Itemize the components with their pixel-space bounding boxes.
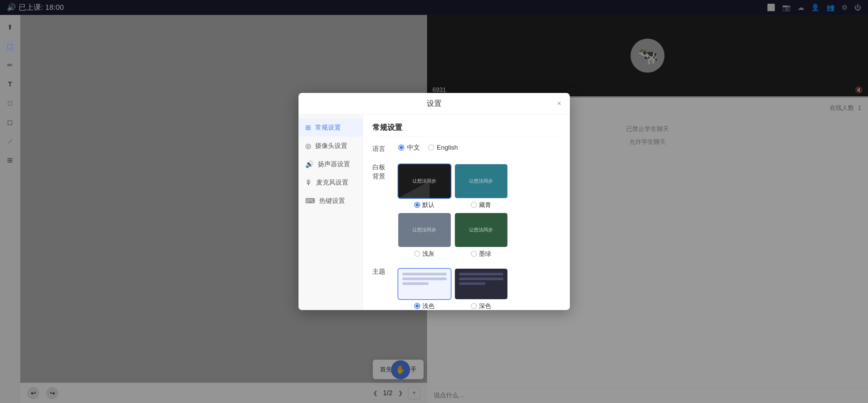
bg-label-lightgray: 浅灰 xyxy=(422,250,435,258)
theme-radio-dark xyxy=(471,303,477,309)
bg-label-darkgreen: 墨绿 xyxy=(479,250,491,258)
modal-title: 设置 xyxy=(427,98,442,109)
bg-preview-darkgreen[interactable]: 让想法同步 xyxy=(455,213,507,247)
theme-label: 主题 xyxy=(372,266,393,276)
modal-close-button[interactable]: × xyxy=(554,98,564,109)
bg-label-row-teal: 藏青 xyxy=(471,201,491,209)
theme-setting-row: 主题 xyxy=(372,266,560,310)
theme-label-row-light: 浅色 xyxy=(414,302,435,310)
bg-radio-darkgreen xyxy=(471,251,477,257)
camera-settings-icon: ◎ xyxy=(305,142,311,150)
sidebar-item-general[interactable]: ⊞ 常规设置 xyxy=(298,118,363,137)
theme-label-dark: 深色 xyxy=(479,302,491,310)
bg-option-default: 让想法同步 默认 xyxy=(398,164,451,209)
hotkey-settings-icon: ⌨ xyxy=(305,197,315,205)
chinese-radio-circle xyxy=(398,145,404,151)
bg-preview-lightgray[interactable]: 让想法同步 xyxy=(398,213,451,247)
bg-label-row-darkgreen: 墨绿 xyxy=(471,250,491,258)
sidebar-item-hotkey[interactable]: ⌨ 热键设置 xyxy=(298,192,363,210)
bg-text-lightgray: 让想法同步 xyxy=(412,227,436,233)
bg-option-lightgray: 让想法同步 浅灰 xyxy=(398,213,451,258)
sidebar-label-hotkey: 热键设置 xyxy=(319,196,345,205)
language-english-option[interactable]: English xyxy=(428,144,458,151)
sidebar-label-general: 常规设置 xyxy=(315,123,341,132)
bg-text-darkgreen: 让想法同步 xyxy=(469,227,493,233)
theme-label-light: 浅色 xyxy=(422,302,435,310)
general-section-title: 常规设置 xyxy=(372,122,560,136)
language-setting-row: 语言 中文 English xyxy=(372,143,560,153)
language-label: 语言 xyxy=(372,143,393,153)
bg-label-row-default: 默认 xyxy=(414,201,435,209)
mic-settings-icon: 🎙 xyxy=(305,179,312,187)
sidebar-label-mic: 麦克风设置 xyxy=(316,178,348,187)
settings-content: 常规设置 语言 中文 English xyxy=(363,114,570,310)
theme-preview-light[interactable] xyxy=(398,269,451,299)
settings-modal: 设置 × ⊞ 常规设置 ◎ 摄像头设置 🔊 扬声器设置 🎙 xyxy=(298,93,570,310)
english-label: English xyxy=(437,144,458,151)
theme-label-row-dark: 深色 xyxy=(471,302,491,310)
chinese-label: 中文 xyxy=(407,143,420,152)
bg-radio-lightgray xyxy=(414,251,420,257)
english-radio-circle xyxy=(428,145,434,151)
bg-radio-default xyxy=(414,202,420,208)
bg-radio-teal xyxy=(471,202,477,208)
bg-text-teal: 让想法同步 xyxy=(469,178,493,184)
modal-title-bar: 设置 × xyxy=(298,93,570,114)
bg-option-teal: 让想法同步 藏青 xyxy=(455,164,507,209)
modal-body: ⊞ 常规设置 ◎ 摄像头设置 🔊 扬声器设置 🎙 麦克风设置 ⌨ 热键设 xyxy=(298,114,570,310)
language-controls: 中文 English xyxy=(398,143,560,152)
language-chinese-option[interactable]: 中文 xyxy=(398,143,420,152)
sidebar-item-speaker[interactable]: 🔊 扬声器设置 xyxy=(298,155,363,173)
theme-option-light: 浅色 xyxy=(398,269,451,310)
theme-controls: 浅色 xyxy=(398,266,560,310)
general-settings-icon: ⊞ xyxy=(305,123,311,132)
board-bg-label: 白板 背景 xyxy=(372,161,393,181)
theme-grid: 浅色 xyxy=(398,269,560,310)
bg-label-default: 默认 xyxy=(422,201,435,209)
speaker-settings-icon: 🔊 xyxy=(305,160,314,168)
bg-preview-teal[interactable]: 让想法同步 xyxy=(455,164,507,198)
bg-label-row-lightgray: 浅灰 xyxy=(414,250,435,258)
settings-sidebar: ⊞ 常规设置 ◎ 摄像头设置 🔊 扬声器设置 🎙 麦克风设置 ⌨ 热键设 xyxy=(298,114,363,310)
bg-preview-default[interactable]: 让想法同步 xyxy=(398,164,451,198)
bg-option-darkgreen: 让想法同步 墨绿 xyxy=(455,213,507,258)
sidebar-label-speaker: 扬声器设置 xyxy=(318,160,350,169)
theme-preview-dark[interactable] xyxy=(455,269,507,299)
theme-radio-light xyxy=(414,303,420,309)
sidebar-item-camera[interactable]: ◎ 摄像头设置 xyxy=(298,137,363,155)
board-bg-setting-row: 白板 背景 让想法同步 默认 xyxy=(372,161,560,258)
modal-overlay: 设置 × ⊞ 常规设置 ◎ 摄像头设置 🔊 扬声器设置 🎙 xyxy=(0,0,868,403)
bg-label-teal: 藏青 xyxy=(479,201,491,209)
sidebar-item-microphone[interactable]: 🎙 麦克风设置 xyxy=(298,173,363,192)
sidebar-label-camera: 摄像头设置 xyxy=(315,141,347,150)
board-bg-grid: 让想法同步 默认 让想法同步 xyxy=(398,164,560,258)
board-bg-controls: 让想法同步 默认 让想法同步 xyxy=(398,161,560,258)
bg-text-default: 让想法同步 xyxy=(412,178,436,184)
theme-option-dark: 深色 xyxy=(455,269,507,310)
